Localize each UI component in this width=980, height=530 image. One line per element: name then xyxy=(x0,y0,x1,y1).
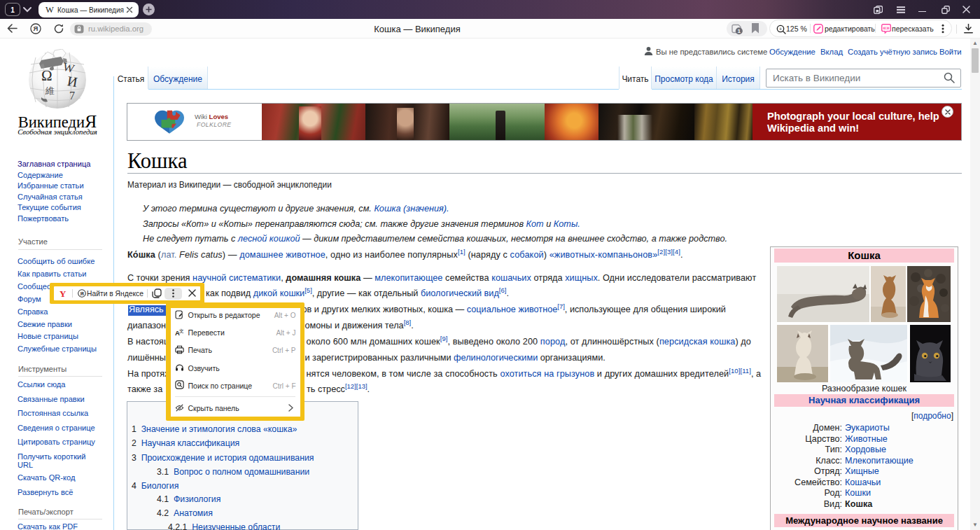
svg-text:1: 1 xyxy=(738,28,741,34)
svg-text:Я: Я xyxy=(80,291,83,297)
svg-text:文: 文 xyxy=(178,328,183,334)
svg-text:維: 維 xyxy=(45,85,55,96)
svg-text:7: 7 xyxy=(69,90,75,102)
svg-text:+: + xyxy=(779,26,782,31)
svg-text:Ω: Ω xyxy=(41,67,52,84)
svg-text:«»: «» xyxy=(883,25,890,32)
svg-text:Я: Я xyxy=(34,25,38,32)
